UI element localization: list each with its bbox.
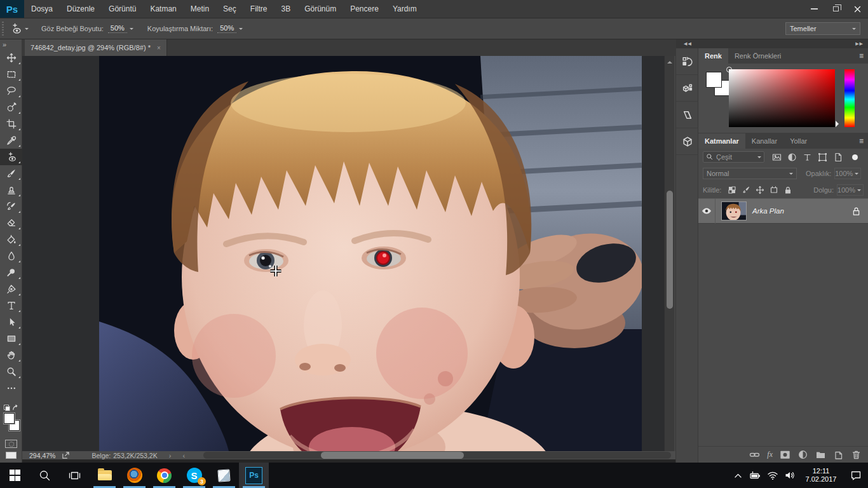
tab-kanallar[interactable]: Kanallar: [745, 133, 783, 149]
lock-transparency-icon[interactable]: [728, 186, 736, 194]
type-layer-filter-icon[interactable]: [803, 152, 812, 162]
menu-duzenle[interactable]: Düzenle: [60, 0, 102, 18]
eyedropper-tool[interactable]: [0, 132, 22, 149]
menu-dosya[interactable]: Dosya: [24, 0, 60, 18]
taskbar-chrome[interactable]: [149, 463, 179, 488]
taskbar-photoshop[interactable]: Ps: [239, 463, 269, 488]
horizontal-scrollbar[interactable]: ›: [203, 452, 671, 459]
menu-gorunum[interactable]: Görünüm: [297, 0, 343, 18]
pupil-size-value[interactable]: 50%: [108, 24, 127, 33]
vertical-scrollbar-thumb[interactable]: [667, 191, 673, 309]
tab-katmanlar[interactable]: Katmanlar: [698, 133, 745, 149]
document-tab[interactable]: 746842_detay.jpg @ 294% (RGB/8#) * ×: [25, 39, 167, 56]
color-picker-ring[interactable]: [726, 67, 732, 72]
artboard-panel-icon[interactable]: [676, 102, 698, 128]
delete-layer-icon[interactable]: [851, 449, 862, 460]
taskbar-skype[interactable]: S 3: [179, 463, 209, 488]
layer-visibility-toggle[interactable]: [698, 198, 715, 224]
toolbar-collapse-button[interactable]: »: [0, 39, 22, 50]
filter-toggle-icon[interactable]: [852, 154, 858, 160]
layer-filter-select[interactable]: Çeşit: [703, 151, 764, 163]
panel-menu-icon[interactable]: ≡: [859, 137, 864, 146]
new-adjustment-layer-icon[interactable]: [797, 449, 808, 460]
history-brush-tool[interactable]: [0, 198, 22, 215]
foreground-color-swatch[interactable]: [706, 72, 722, 88]
menu-metin[interactable]: Metin: [184, 0, 216, 18]
layer-row-background[interactable]: Arka Plan: [698, 198, 868, 224]
minimize-button[interactable]: [803, 0, 825, 18]
menu-goruntu[interactable]: Görüntü: [102, 0, 143, 18]
horizontal-scrollbar-thumb[interactable]: [321, 452, 464, 459]
taskbar-notepad[interactable]: [209, 463, 239, 488]
dodge-tool[interactable]: [0, 264, 22, 281]
swap-colors-icon[interactable]: [11, 404, 18, 411]
layer-thumbnail[interactable]: [721, 201, 747, 220]
add-layer-mask-icon[interactable]: [780, 449, 790, 460]
vertical-scrollbar[interactable]: [664, 56, 674, 451]
adjustment-layer-filter-icon[interactable]: [787, 152, 797, 162]
menu-3b[interactable]: 3B: [274, 0, 297, 18]
taskbar-search-button[interactable]: [30, 463, 60, 488]
default-colors-icon[interactable]: [4, 405, 10, 411]
tab-renk-ornekleri[interactable]: Renk Örnekleri: [728, 48, 787, 64]
collapse-panels-icon[interactable]: ▶▶: [855, 41, 864, 46]
expand-panels-icon[interactable]: ◀◀: [684, 41, 692, 46]
close-button[interactable]: [846, 0, 868, 18]
layer-effects-icon[interactable]: fx: [767, 450, 773, 459]
edit-toolbar-button[interactable]: [0, 380, 22, 396]
lock-artboard-icon[interactable]: [770, 186, 778, 194]
new-layer-icon[interactable]: [833, 449, 844, 460]
export-panel-icon[interactable]: [676, 75, 698, 102]
volume-tray-icon[interactable]: [781, 463, 798, 488]
crop-tool[interactable]: [0, 116, 22, 132]
darken-amount-value[interactable]: 50%: [217, 24, 236, 33]
restore-button[interactable]: [825, 0, 846, 18]
new-group-icon[interactable]: [815, 449, 826, 460]
start-button[interactable]: [0, 463, 30, 488]
panel-menu-icon[interactable]: ≡: [859, 51, 864, 60]
status-next-icon[interactable]: ›: [169, 452, 172, 459]
menu-yardim[interactable]: Yardım: [386, 0, 424, 18]
tab-renk[interactable]: Renk: [698, 48, 728, 64]
brush-tool[interactable]: [0, 165, 22, 182]
red-eye-tool[interactable]: [0, 149, 22, 165]
hand-tool[interactable]: [0, 347, 22, 363]
smart-object-filter-icon[interactable]: [833, 152, 843, 162]
menu-sec[interactable]: Seç: [216, 0, 243, 18]
eraser-tool[interactable]: [0, 215, 22, 231]
lasso-tool[interactable]: [0, 83, 22, 99]
chevron-down-icon[interactable]: [239, 28, 243, 32]
pen-tool[interactable]: [0, 281, 22, 297]
zoom-tool[interactable]: [0, 363, 22, 380]
pixel-layer-filter-icon[interactable]: [772, 152, 782, 162]
layer-name[interactable]: Arka Plan: [752, 207, 852, 215]
taskbar-firefox[interactable]: [119, 463, 149, 488]
opacity-field[interactable]: 100%: [834, 168, 861, 179]
link-layers-icon[interactable]: [749, 449, 760, 460]
saturation-brightness-field[interactable]: [729, 69, 835, 127]
zoom-level-field[interactable]: 294,47%: [29, 452, 55, 459]
workspace-selector[interactable]: Temeller: [785, 22, 860, 35]
hidden-icons-chevron[interactable]: [729, 463, 747, 488]
clone-stamp-tool[interactable]: [0, 182, 22, 198]
taskbar-file-explorer[interactable]: [90, 463, 119, 488]
type-tool[interactable]: [0, 297, 22, 314]
lock-all-icon[interactable]: [783, 186, 792, 194]
screen-mode-button[interactable]: [6, 452, 17, 459]
history-panel-icon[interactable]: [676, 48, 698, 75]
shape-layer-filter-icon[interactable]: [818, 152, 827, 162]
scroll-up-icon[interactable]: [667, 58, 672, 64]
photo-baby-portrait[interactable]: [99, 56, 642, 451]
quick-mask-button[interactable]: [5, 440, 17, 448]
move-tool[interactable]: [0, 50, 22, 66]
quick-selection-tool[interactable]: [0, 99, 22, 116]
menu-pencere[interactable]: Pencere: [343, 0, 386, 18]
wifi-tray-icon[interactable]: [764, 463, 781, 488]
rectangular-marquee-tool[interactable]: [0, 66, 22, 83]
chevron-down-icon[interactable]: [130, 28, 133, 32]
status-prev-icon[interactable]: ‹: [182, 452, 185, 459]
action-center-button[interactable]: [844, 463, 868, 488]
path-selection-tool[interactable]: [0, 314, 22, 330]
canvas-area[interactable]: [22, 56, 664, 451]
tab-yollar[interactable]: Yollar: [783, 133, 813, 149]
